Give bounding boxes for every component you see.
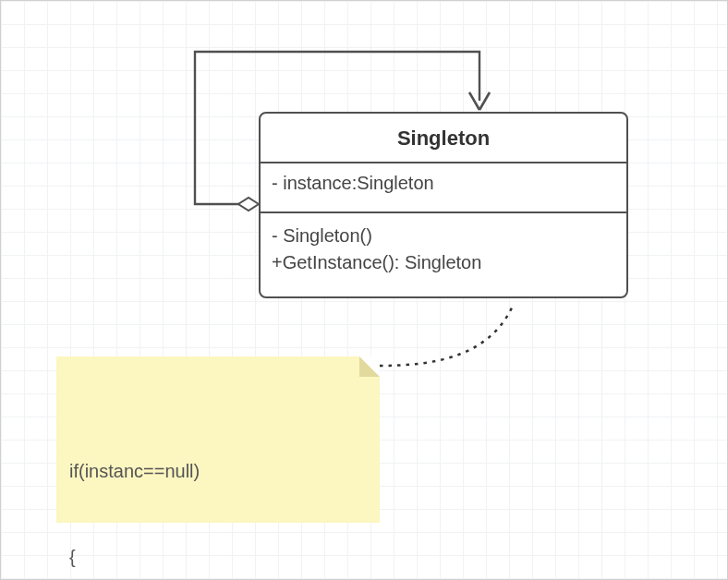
uml-note: if(instanc==null) { instance=new Singlet… [56,356,380,523]
aggregation-diamond-icon [238,198,259,211]
diagram-canvas: Singleton - instance:Singleton - Singlet… [0,0,728,580]
note-line: { [69,543,367,572]
class-attribute: - instance:Singleton [272,173,615,194]
class-operation: +GetInstance(): Singleton [272,249,615,276]
arrowhead-icon [469,92,490,110]
note-line: if(instanc==null) [69,457,367,486]
note-fold-icon [359,356,380,377]
note-anchor [380,304,514,366]
uml-class: Singleton - instance:Singleton - Singlet… [259,112,628,298]
class-operations: - Singleton() +GetInstance(): Singleton [261,213,626,296]
class-attributes: - instance:Singleton [261,163,626,213]
class-name: Singleton [261,114,626,163]
class-operation: - Singleton() [272,223,615,249]
